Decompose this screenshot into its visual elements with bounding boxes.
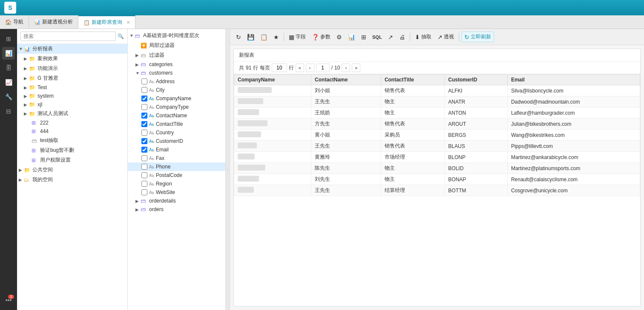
sidebar-icon-home[interactable]: ⊞ [2, 32, 15, 45]
sidebar-icon-filters[interactable]: 🔧 [2, 90, 15, 103]
tree-item-system[interactable]: ▶ 📁 system [17, 92, 127, 100]
field-checkbox-phone[interactable] [141, 164, 147, 170]
sidebar-icon-reports[interactable]: 📊 [2, 47, 15, 60]
star-button[interactable]: ★ [271, 32, 282, 42]
refresh-button[interactable]: ↻ [233, 32, 244, 42]
tree-item-444[interactable]: ⊞ 444 [17, 127, 127, 136]
field-type-icon-companyname: Aь [149, 96, 154, 101]
field-checkbox-contacttitle[interactable] [141, 121, 147, 127]
tree-item-public-space[interactable]: ▶ 📁 公共空间 [17, 165, 127, 175]
first-page-button[interactable]: « [296, 64, 304, 72]
tree-item-verify-bug[interactable]: ⊞ 验证bug暂不删 [17, 145, 127, 155]
report-icon-verify: ⊞ [32, 148, 38, 154]
tree-item-cases[interactable]: ▶ 📁 案例效果 [17, 54, 127, 64]
print-button[interactable]: 🖨 [397, 32, 408, 42]
field-checkbox-website[interactable] [141, 189, 147, 195]
instant-refresh-button[interactable]: ↻ 立即刷新 [461, 32, 494, 42]
ds-field-address[interactable]: Aь Address [128, 77, 225, 86]
sidebar-icon-charts[interactable]: 📈 [2, 76, 15, 89]
field-checkbox-postalcode[interactable] [141, 172, 147, 178]
tab-new-analysis[interactable]: 📊 新建透视分析 [29, 15, 78, 29]
ds-field-city[interactable]: Aь City [128, 86, 225, 94]
ds-field-region[interactable]: Aь Region [128, 180, 225, 188]
col-companyname[interactable]: CompanyName [234, 75, 311, 85]
tree-item-analysis[interactable]: ▼ 📊 分析报表 [17, 44, 127, 54]
chart-button[interactable]: 📊 [345, 32, 358, 42]
field-checkbox-contactname[interactable] [141, 113, 147, 119]
ds-field-email[interactable]: Aь Email [128, 145, 225, 154]
tab-close-icon[interactable]: ✕ [126, 20, 130, 25]
col-contactname[interactable]: ContactName [311, 75, 381, 85]
tree-item-user-perms[interactable]: ⊞ 用户权限设置 [17, 155, 127, 165]
search-icon[interactable]: 🔍 [118, 33, 124, 39]
field-checkbox-fax[interactable] [141, 155, 147, 161]
field-button[interactable]: ▦ 字段 [286, 32, 308, 42]
ds-filters[interactable]: ▶ 🗃 过滤器 [128, 50, 225, 60]
sql-button[interactable]: SQL [370, 33, 385, 41]
total-rows-label: 共 [239, 64, 244, 72]
table-button[interactable]: ⊞ [359, 32, 369, 42]
tab-home[interactable]: 🏠 导航 [0, 15, 29, 29]
last-page-button[interactable]: » [352, 64, 360, 72]
col-contacttitle[interactable]: ContactTitle [381, 75, 444, 85]
field-checkbox-companyname[interactable] [141, 96, 147, 101]
field-checkbox-region[interactable] [141, 181, 147, 187]
search-input[interactable] [20, 32, 116, 41]
tree-item-222[interactable]: ⊞ 222 [17, 119, 127, 127]
export-button[interactable]: ↗ [385, 32, 396, 42]
table-row: 方先生销售代表AROUTJulian@bikesbrothers.com [234, 119, 640, 130]
copy-button[interactable]: 📋 [258, 32, 270, 42]
field-checkbox-companytype[interactable] [141, 104, 147, 110]
ds-root-item[interactable]: ▼ 🗃 A基础资源-时间维度层次 [128, 31, 225, 41]
tree-item-test-extract[interactable]: 🗃 test抽取 [17, 136, 127, 145]
current-page-input[interactable] [316, 64, 330, 72]
tab-new-query[interactable]: 📋 新建即席查询 ✕ [78, 15, 135, 29]
tree-item-test[interactable]: ▶ 📁 Test [17, 83, 127, 92]
ds-customers[interactable]: ▼ 🗃 customers [128, 69, 225, 77]
next-page-button[interactable]: › [342, 64, 350, 72]
ds-field-companyname[interactable]: Aь CompanyName [128, 94, 225, 103]
ds-field-postalcode[interactable]: Aь PostalCode [128, 171, 225, 180]
field-checkbox-customerid[interactable] [141, 138, 147, 144]
sidebar-icon-data[interactable]: 🗄 [2, 61, 15, 74]
pagination-bar: 共 91 行 每页 行 « ‹ / 10 › » [234, 62, 640, 74]
ds-categories[interactable]: ▶ 🗃 categories [128, 60, 225, 69]
tree-item-demo[interactable]: ▶ 📁 功能演示 [17, 64, 127, 73]
sidebar-icon-layers[interactable]: ⊟ [2, 105, 15, 118]
per-page-input[interactable] [272, 64, 287, 72]
extract-button[interactable]: ⬇ 抽取 [412, 32, 434, 42]
ds-orderdetails[interactable]: ▶ 🗃 orderdetails [128, 197, 225, 205]
col-customerid[interactable]: CustomerID [445, 75, 508, 85]
field-checkbox-country[interactable] [141, 130, 147, 136]
field-type-icon-address: Aь [149, 79, 154, 84]
ds-field-customerid[interactable]: Aь CustomerID [128, 137, 225, 145]
ds-local-filter[interactable]: 🔽 局部过滤器 [128, 41, 225, 50]
params-button[interactable]: ❓ 参数 [309, 32, 333, 42]
resize-handle[interactable]: ⋮ [226, 29, 230, 310]
perspective-button[interactable]: ↗ 透视 [435, 32, 457, 42]
ds-field-phone[interactable]: Aь Phone [128, 162, 225, 171]
tree-item-my-space[interactable]: ▶ 🗂 我的空间 [17, 175, 127, 185]
ds-orders[interactable]: ▶ 🗃 orders [128, 205, 225, 214]
ds-field-companytype[interactable]: Aь CompanyType [128, 103, 225, 111]
prev-page-button[interactable]: ‹ [306, 64, 314, 72]
col-email[interactable]: Email [507, 75, 640, 85]
ds-field-contactname[interactable]: Aь ContactName [128, 111, 225, 120]
ds-field-fax[interactable]: Aь Fax [128, 154, 225, 162]
tree-item-g[interactable]: ▶ 📁 G 甘雅君 [17, 73, 127, 83]
tree-item-test-staff[interactable]: ▶ 📁 测试人员测试 [17, 109, 127, 119]
field-checkbox-address[interactable] [141, 78, 147, 84]
field-checkbox-email[interactable] [141, 147, 147, 153]
total-pages: 10 [334, 65, 340, 71]
sidebar-icon-more[interactable]: ••• 2 [2, 294, 15, 307]
save-button[interactable]: 💾 [244, 32, 257, 42]
tree-item-xjl[interactable]: ▶ 📁 xjl [17, 100, 127, 109]
home-icon: 🏠 [5, 19, 12, 25]
ds-field-country[interactable]: Aь Country [128, 128, 225, 137]
field-label-contactname: ContactName [156, 113, 187, 119]
field-checkbox-city[interactable] [141, 87, 147, 93]
folder-icon-public: 📁 [24, 167, 31, 173]
ds-field-website[interactable]: Aь WebSite [128, 188, 225, 197]
ds-field-contacttitle[interactable]: Aь ContactTitle [128, 120, 225, 128]
settings-button[interactable]: ⚙ [334, 32, 345, 42]
